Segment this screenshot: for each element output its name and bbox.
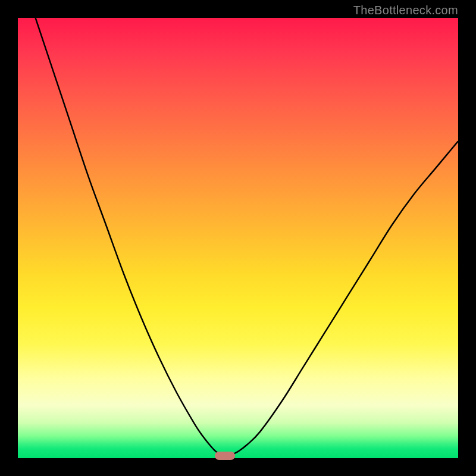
watermark-text: TheBottleneck.com [353,4,458,17]
minimum-marker [215,452,235,460]
chart-plot-area [18,18,458,458]
